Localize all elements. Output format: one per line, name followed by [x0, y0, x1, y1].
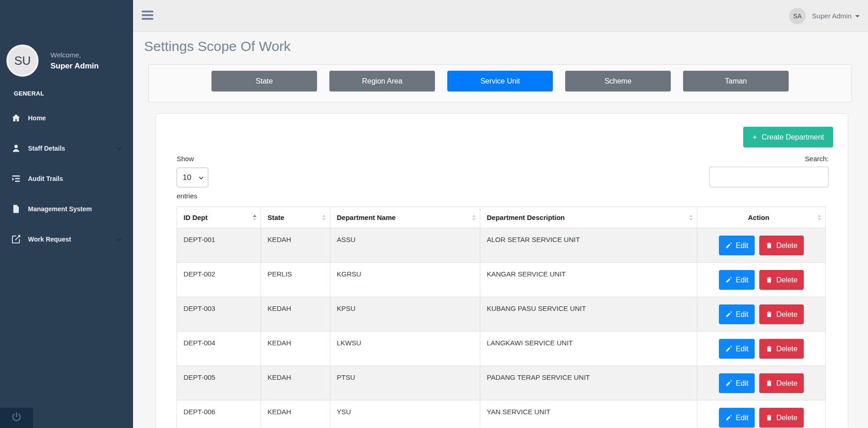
cell-description: KANGAR SERVICE UNIT	[480, 263, 697, 297]
cell-name: YSU	[330, 400, 480, 428]
cell-action: EditDelete	[697, 263, 826, 297]
column-header-department-name[interactable]: Department Name	[330, 207, 480, 228]
cell-id: DEPT-005	[177, 366, 261, 400]
cell-id: DEPT-001	[177, 228, 261, 263]
sidebar-item-label: Work Request	[28, 236, 71, 243]
sidebar-item-management-system[interactable]: Management System	[0, 194, 133, 224]
cell-id: DEPT-006	[177, 400, 261, 428]
cell-description: LANGKAWI SERVICE UNIT	[480, 332, 697, 366]
cell-action: EditDelete	[697, 366, 826, 400]
sort-arrows-icon	[472, 214, 476, 220]
table-row: DEPT-006KEDAHYSUYAN SERVICE UNITEditDele…	[177, 400, 826, 428]
trash-icon	[766, 276, 773, 283]
user-menu[interactable]: Super Admin	[812, 12, 860, 20]
welcome-label: Welcome,	[50, 51, 99, 59]
tab-service-unit[interactable]: Service Unit	[447, 71, 553, 91]
cell-action: EditDelete	[697, 297, 826, 332]
search-input[interactable]	[709, 167, 829, 187]
cell-id: DEPT-002	[177, 263, 261, 297]
edit-button[interactable]: Edit	[719, 339, 755, 359]
cell-description: PADANG TERAP SERVICE UNIT	[480, 366, 697, 400]
table-body: DEPT-001KEDAHASSUALOR SETAR SERVICE UNIT…	[177, 228, 826, 428]
tab-scheme[interactable]: Scheme	[565, 71, 671, 91]
entries-label: entries	[177, 192, 197, 200]
search-label: Search:	[805, 155, 829, 163]
column-header-state[interactable]: State	[261, 207, 330, 228]
topbar: SA Super Admin	[133, 0, 868, 32]
user-avatar[interactable]: SA	[789, 8, 806, 24]
table-row: DEPT-002PERLISKGRSUKANGAR SERVICE UNITEd…	[177, 263, 826, 297]
create-department-button[interactable]: + Create Department	[743, 127, 833, 147]
trash-icon	[766, 380, 773, 387]
scope-tabs: StateRegion AreaService UnitSchemeTaman	[148, 64, 852, 102]
sort-arrows-icon	[322, 214, 326, 220]
plus-icon: +	[752, 133, 757, 142]
delete-button[interactable]: Delete	[759, 270, 804, 290]
sidebar-item-staff-details[interactable]: Staff Details	[0, 133, 133, 163]
edit-square-icon	[10, 234, 22, 244]
sidebar-item-label: Management System	[28, 205, 92, 213]
caret-down-icon	[855, 15, 860, 17]
sidebar: SU Welcome, Super Admin GENERAL HomeStaf…	[0, 0, 133, 428]
delete-button[interactable]: Delete	[759, 236, 804, 255]
edit-button[interactable]: Edit	[719, 373, 755, 393]
pencil-icon	[725, 276, 732, 283]
pencil-icon	[725, 345, 732, 352]
delete-button[interactable]: Delete	[759, 304, 804, 324]
table-row: DEPT-004KEDAHLKWSULANGKAWI SERVICE UNITE…	[177, 332, 826, 366]
delete-button[interactable]: Delete	[759, 339, 804, 359]
delete-button[interactable]: Delete	[759, 408, 804, 428]
logout-button[interactable]	[0, 408, 33, 428]
pencil-icon	[725, 311, 732, 318]
user-icon	[10, 143, 22, 153]
edit-button[interactable]: Edit	[719, 408, 755, 428]
menu-toggle-icon[interactable]	[141, 10, 154, 21]
column-header-label: Department Description	[487, 214, 565, 221]
cell-state: KEDAH	[261, 228, 330, 263]
sidebar-item-home[interactable]: Home	[0, 103, 133, 133]
sidebar-item-work-request[interactable]: Work Request	[0, 224, 133, 254]
edit-button[interactable]: Edit	[719, 270, 755, 290]
trash-icon	[766, 242, 773, 249]
sort-arrows-icon	[689, 214, 693, 220]
departments-table: ID DeptStateDepartment NameDepartment De…	[177, 207, 826, 428]
power-icon	[11, 411, 22, 424]
cell-name: KPSU	[330, 297, 480, 332]
sidebar-user-name: Super Admin	[50, 62, 99, 71]
edit-button[interactable]: Edit	[719, 304, 755, 324]
page-size-select[interactable]: 10	[177, 168, 208, 187]
trash-icon	[766, 311, 773, 318]
page-title: Settings Scope Of Work	[144, 39, 291, 54]
cell-name: LKWSU	[330, 332, 480, 366]
cell-action: EditDelete	[697, 228, 826, 263]
sidebar-item-label: Staff Details	[28, 145, 65, 152]
cell-state: KEDAH	[261, 366, 330, 400]
tab-state[interactable]: State	[211, 71, 317, 91]
sidebar-menu: HomeStaff DetailsAudit TrailsManagement …	[0, 103, 133, 254]
pencil-icon	[725, 242, 732, 249]
column-header-label: State	[267, 214, 284, 221]
cell-action: EditDelete	[697, 400, 826, 428]
cell-state: PERLIS	[261, 263, 330, 297]
sidebar-item-label: Audit Trails	[28, 175, 63, 182]
cell-state: KEDAH	[261, 400, 330, 428]
tab-region-area[interactable]: Region Area	[329, 71, 435, 91]
chevron-down-icon	[116, 236, 122, 242]
column-header-id-dept[interactable]: ID Dept	[177, 207, 261, 228]
column-header-action[interactable]: Action	[697, 207, 826, 228]
table-header-row: ID DeptStateDepartment NameDepartment De…	[177, 207, 826, 228]
show-label: Show	[177, 155, 194, 163]
table-row: DEPT-003KEDAHKPSUKUBANG PASU SERVICE UNI…	[177, 297, 826, 332]
cell-name: PTSU	[330, 366, 480, 400]
column-header-department-description[interactable]: Department Description	[480, 207, 697, 228]
tab-taman[interactable]: Taman	[683, 71, 789, 91]
edit-button[interactable]: Edit	[719, 236, 755, 255]
sidebar-item-label: Home	[28, 114, 46, 122]
cell-state: KEDAH	[261, 332, 330, 366]
table-row: DEPT-001KEDAHASSUALOR SETAR SERVICE UNIT…	[177, 228, 826, 263]
department-panel: + Create Department Show 10 entries Sear…	[156, 113, 848, 428]
delete-button[interactable]: Delete	[759, 373, 804, 393]
column-header-label: ID Dept	[184, 214, 208, 221]
sidebar-item-audit-trails[interactable]: Audit Trails	[0, 163, 133, 194]
home-icon	[10, 113, 22, 123]
